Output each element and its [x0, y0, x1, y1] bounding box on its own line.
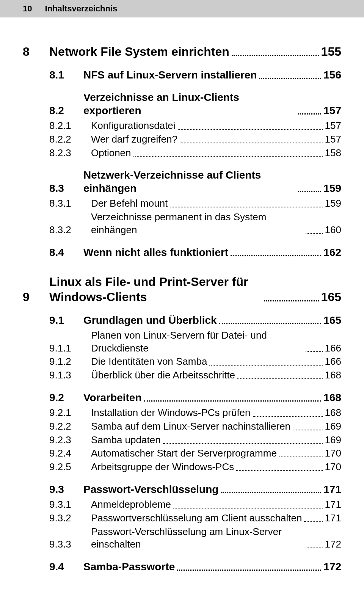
toc-leader	[232, 55, 319, 56]
toc-page: 169	[325, 420, 341, 433]
toc-subsection: 9.2.5 Arbeitsgruppe der Windows-PCs 170	[23, 461, 341, 474]
toc-title: Passwortverschlüsselung am Client aussch…	[91, 512, 302, 525]
toc-num: 8.2.2	[23, 133, 91, 146]
toc-subsection: 9.3.1 Anmeldeprobleme 171	[23, 498, 341, 511]
toc-title: Samba updaten	[91, 434, 161, 447]
toc-title: Installation der Windows-PCs prüfen	[91, 406, 251, 419]
toc-title: Samba-Passworte	[83, 560, 175, 573]
toc-page: 165	[321, 289, 341, 304]
toc-page: 170	[325, 461, 341, 474]
page-header: 10 Inhaltsverzeichnis	[0, 4, 364, 14]
toc-num: 9.2.2	[23, 420, 91, 433]
toc-page: 172	[325, 538, 341, 551]
toc-subsection: 8.3.1 Der Befehl mount 159	[23, 197, 341, 210]
toc-title: Network File System einrichten	[49, 44, 229, 59]
toc-leader	[177, 569, 321, 571]
toc-page: 172	[323, 560, 341, 573]
toc-leader	[298, 191, 321, 192]
toc-leader	[236, 470, 322, 471]
toc-subsection: 9.3.2 Passwortverschlüsselung am Client …	[23, 512, 341, 525]
toc-leader	[306, 233, 323, 234]
toc-title: NFS auf Linux-Servern installieren	[83, 68, 257, 82]
toc-num: 9.1	[23, 314, 83, 327]
toc-page: 158	[325, 147, 341, 160]
toc-title: Die Identitäten von Samba	[91, 355, 207, 368]
header-label: Inhaltsverzeichnis	[45, 4, 118, 14]
toc-page: 160	[325, 224, 341, 237]
toc-num: 8.3.2	[23, 224, 91, 237]
toc-leader	[170, 206, 322, 207]
toc-page: 157	[323, 104, 341, 117]
toc-num: 9.2	[23, 391, 83, 404]
toc-chapter-8: 8 Network File System einrichten 155	[23, 44, 341, 59]
toc-title: Passwort-Verschlüsselung am Linux-Server…	[91, 526, 303, 551]
toc-page: 159	[323, 182, 341, 195]
toc-num: 9.1.2	[23, 355, 91, 368]
toc-subsection: 9.2.1 Installation der Windows-PCs prüfe…	[23, 406, 341, 419]
toc-page: 168	[323, 391, 341, 404]
toc-title: Arbeitsgruppe der Windows-PCs	[91, 461, 234, 474]
toc-leader	[209, 364, 322, 366]
toc-title: Netzwerk-Verzeichnisse auf Clients einhä…	[83, 168, 296, 195]
toc-title: Überblick über die Arbeitsschritte	[91, 369, 235, 382]
toc-leader	[173, 507, 323, 508]
toc-page: 170	[325, 447, 341, 460]
toc-num: 9.2.4	[23, 447, 91, 460]
toc-leader	[306, 351, 323, 352]
toc-title: Verzeichnisse permanent in das System ei…	[91, 211, 303, 237]
page-header-bar: 10 Inhaltsverzeichnis	[0, 0, 364, 17]
toc-leader	[219, 323, 322, 324]
toc-section: 9.1 Grundlagen und Überblick 165	[23, 314, 341, 327]
toc-subsection: 9.3.3 Passwort-Verschlüsselung am Linux-…	[23, 526, 341, 551]
toc-page: 157	[325, 119, 341, 132]
toc-section: 9.3 Passwort-Verschlüsselung 171	[23, 483, 341, 496]
toc-num: 8.2.3	[23, 147, 91, 160]
toc-page: 162	[323, 246, 341, 259]
toc-leader	[178, 129, 323, 130]
toc-title: Planen von Linux-Servern für Datei- und …	[91, 329, 303, 355]
toc-title: Passwort-Verschlüsselung	[83, 483, 218, 496]
toc-page: 159	[325, 197, 341, 210]
toc-page: 169	[325, 434, 341, 447]
toc-leader	[293, 429, 323, 430]
toc-num: 9.2.1	[23, 406, 91, 419]
toc-page: 155	[321, 44, 341, 59]
toc-page: 165	[323, 314, 341, 327]
toc-title: Vorarbeiten	[83, 391, 142, 404]
toc-title: Wenn nicht alles funktioniert	[83, 246, 228, 259]
toc-title: Konfigurationsdatei	[91, 119, 176, 132]
toc-num: 9.3	[23, 483, 83, 496]
toc-page: 171	[323, 483, 341, 496]
page: { "header": { "page_no": "10", "label": …	[0, 0, 364, 601]
toc-num: 9.2.5	[23, 461, 91, 474]
toc-section: 8.3 Netzwerk-Verzeichnisse auf Clients e…	[23, 168, 341, 195]
toc-num: 8.3	[23, 182, 83, 195]
toc-leader	[298, 113, 321, 115]
toc-num: 8.2	[23, 104, 83, 117]
toc-num: 9.3.1	[23, 498, 91, 511]
toc-leader	[180, 142, 323, 143]
toc-num: 9.3.2	[23, 512, 91, 525]
toc-content: 8 Network File System einrichten 155 8.1…	[0, 17, 364, 587]
toc-subsection: 8.3.2 Verzeichnisse permanent in das Sys…	[23, 211, 341, 237]
toc-num: 8.3.1	[23, 197, 91, 210]
toc-page: 168	[325, 406, 341, 419]
toc-section: 8.2 Verzeichnisse an Linux-Clients expor…	[23, 91, 341, 117]
toc-leader	[264, 300, 319, 301]
toc-num: 8.2.1	[23, 119, 91, 132]
toc-section: 8.1 NFS auf Linux-Servern installieren 1…	[23, 68, 341, 82]
toc-title: Verzeichnisse an Linux-Clients exportier…	[83, 91, 296, 117]
toc-title: Optionen	[91, 147, 131, 160]
toc-subsection: 9.1.3 Überblick über die Arbeitsschritte…	[23, 369, 341, 382]
toc-num: 9.1.1	[23, 342, 91, 355]
toc-num: 8	[23, 44, 49, 59]
toc-leader	[221, 492, 321, 493]
toc-chapter-9: 9 Linux als File- und Print-Server für W…	[23, 274, 341, 304]
toc-leader	[237, 378, 323, 379]
toc-title: Linux als File- und Print-Server für Win…	[49, 274, 262, 304]
toc-leader	[144, 400, 322, 402]
toc-section: 9.4 Samba-Passworte 172	[23, 560, 341, 573]
toc-section: 9.2 Vorarbeiten 168	[23, 391, 341, 404]
toc-leader	[306, 547, 323, 548]
toc-leader	[231, 255, 321, 256]
